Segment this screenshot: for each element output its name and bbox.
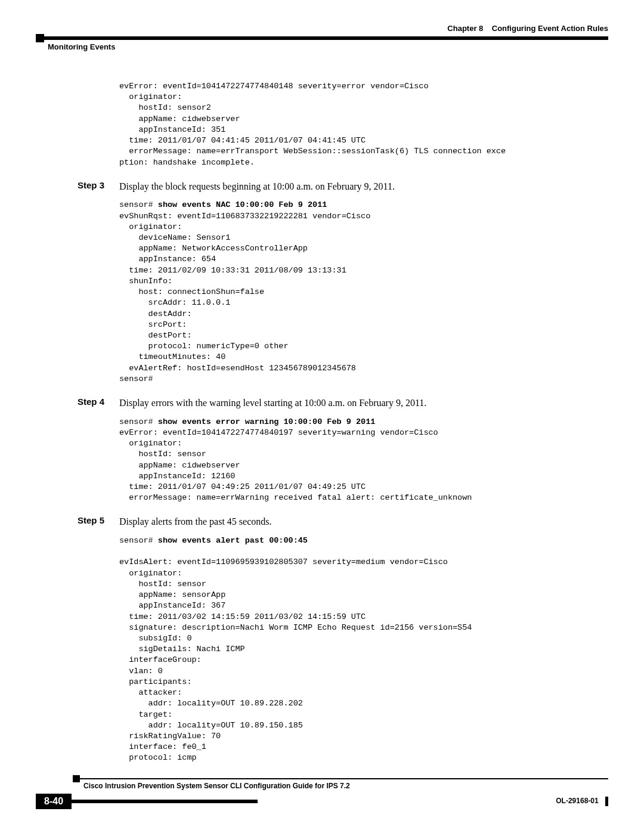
step-5-text: Display alerts from the past 45 seconds.: [119, 515, 272, 528]
step-5-cmd: show events alert past 00:00:45: [158, 536, 308, 545]
chapter-title: Configuring Event Action Rules: [492, 24, 608, 33]
step-4-text: Display errors with the warning level st…: [119, 397, 426, 410]
section-title: Monitoring Events: [48, 42, 608, 51]
page-number-rule: [72, 800, 258, 803]
step-5-code: sensor# show events alert past 00:00:45 …: [119, 535, 596, 764]
step-3-label: Step 3: [78, 180, 119, 193]
step-3-prompt: sensor#: [119, 200, 158, 209]
step-4-prompt: sensor#: [119, 417, 158, 426]
footer-guide-title: Cisco Intrusion Prevention System Sensor…: [83, 782, 608, 790]
step-4-code: sensor# show events error warning 10:00:…: [119, 417, 596, 504]
footer-right-marker: [605, 797, 608, 806]
code-output-intro: evError: eventId=1041472274774840148 sev…: [119, 81, 596, 168]
step-3-cmd: show events NAC 10:00:00 Feb 9 2011: [158, 200, 327, 209]
page-footer: Cisco Intrusion Prevention System Sensor…: [36, 778, 608, 809]
step-3-output: evShunRqst: eventId=1106837332219222281 …: [119, 212, 370, 383]
step-3-code: sensor# show events NAC 10:00:00 Feb 9 2…: [119, 200, 596, 385]
step-4-row: Step 4 Display errors with the warning l…: [78, 397, 596, 410]
step-4-cmd: show events error warning 10:00:00 Feb 9…: [158, 417, 376, 426]
step-4-label: Step 4: [78, 397, 119, 410]
step-5-output: evIdsAlert: eventId=1109695939102805307 …: [119, 558, 472, 762]
step-5-row: Step 5 Display alerts from the past 45 s…: [78, 515, 596, 528]
header-rule: [36, 36, 608, 40]
main-content: evError: eventId=1041472274774840148 sev…: [119, 81, 596, 764]
step-5-label: Step 5: [78, 515, 119, 528]
step-3-text: Display the block requests beginning at …: [119, 180, 395, 193]
footer-bottom: 8-40 OL-29168-01: [36, 794, 608, 809]
doc-id: OL-29168-01: [556, 797, 608, 806]
footer-rule: [78, 778, 608, 779]
chapter-number: Chapter 8: [447, 24, 483, 33]
header-chapter-title: Chapter 8 Configuring Event Action Rules: [447, 24, 608, 33]
page-number: 8-40: [36, 794, 72, 809]
step-3-row: Step 3 Display the block requests beginn…: [78, 180, 596, 193]
page-header: Chapter 8 Configuring Event Action Rules: [36, 24, 608, 33]
step-4-output: evError: eventId=1041472274774840197 sev…: [119, 428, 472, 502]
step-5-prompt: sensor#: [119, 536, 158, 545]
